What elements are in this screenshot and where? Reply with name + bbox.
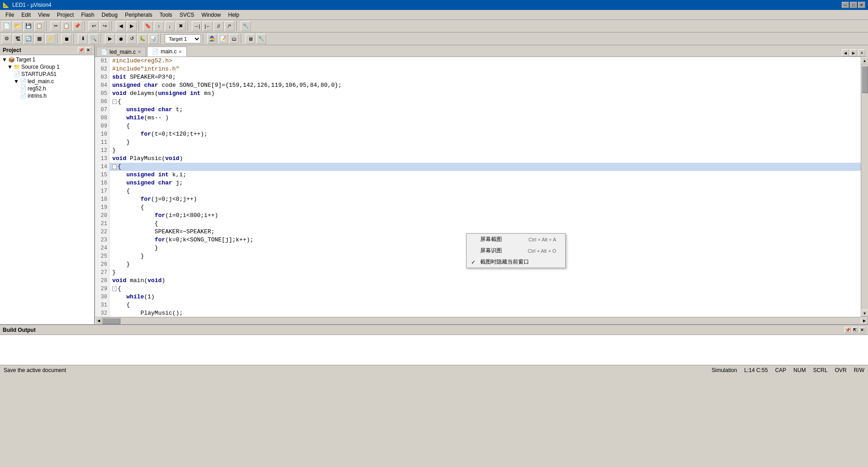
tab-scroll-right[interactable]: ▶: [850, 49, 857, 57]
scroll-thumb-h[interactable]: [102, 318, 120, 324]
scroll-down-button[interactable]: ▼: [861, 310, 868, 317]
code-line[interactable]: void main(void): [110, 277, 861, 285]
undo-button[interactable]: ↩: [89, 21, 99, 31]
redo-button[interactable]: ↪: [100, 21, 110, 31]
uncomment-button[interactable]: /*: [224, 21, 234, 31]
scroll-thumb-v[interactable]: [862, 66, 868, 93]
code-content[interactable]: #include<reg52.h>#include"intrins.h"sbit…: [110, 57, 861, 317]
tab-scroll-left[interactable]: ◀: [842, 49, 849, 57]
code-line[interactable]: }: [110, 146, 861, 155]
cut-button[interactable]: ✂: [51, 21, 61, 31]
tab-close-main[interactable]: ✕: [178, 49, 182, 54]
run-button[interactable]: ▶: [105, 34, 115, 44]
batch-build-button[interactable]: ▦: [34, 34, 44, 44]
code-line[interactable]: for(i=0;i<800;i++): [110, 212, 861, 220]
wizard-button[interactable]: 🧙: [207, 34, 217, 44]
config-button[interactable]: 📝: [218, 34, 228, 44]
menu-view[interactable]: View: [34, 11, 53, 19]
build-button[interactable]: 🏗: [13, 34, 23, 44]
target-select[interactable]: Target 1: [165, 34, 201, 43]
code-line[interactable]: for(j=0;j<8;j++): [110, 195, 861, 203]
code-line[interactable]: void PlayMusic(void): [110, 155, 861, 163]
code-line[interactable]: {: [110, 187, 861, 195]
reset-button[interactable]: ↺: [127, 34, 137, 44]
build-float-button[interactable]: ⇱: [852, 327, 858, 333]
tab-main[interactable]: 📄 main.c ✕: [147, 47, 187, 57]
tree-item-intrins[interactable]: 📄 intrins.h: [1, 92, 93, 99]
code-line[interactable]: unsigned char t;: [110, 106, 861, 114]
minimize-button[interactable]: ─: [842, 2, 849, 8]
code-line[interactable]: PlayMusic();: [110, 309, 861, 317]
bookmark-prev-button[interactable]: ↑: [154, 21, 164, 31]
wrench-button[interactable]: 🔧: [256, 34, 266, 44]
translate-button[interactable]: ⚡: [45, 34, 55, 44]
fold-marker[interactable]: -: [112, 99, 117, 104]
scroll-left-button[interactable]: ◀: [95, 317, 102, 325]
code-line[interactable]: for(t=0;t<120;t++);: [110, 130, 861, 138]
bookmark-next-button[interactable]: ↓: [165, 21, 175, 31]
debug-button[interactable]: 🐛: [138, 34, 148, 44]
tree-item-led-main[interactable]: ▼ 📄 led_main.c: [1, 78, 93, 85]
menu-window[interactable]: Window: [198, 11, 224, 19]
trace-button[interactable]: 📊: [148, 34, 158, 44]
ctx-screenshot[interactable]: 屏幕截图 Ctrl + Alt + A: [467, 234, 565, 245]
tree-item-startup[interactable]: 📄 STARTUP.A51: [1, 71, 93, 78]
save-button[interactable]: 💾: [24, 21, 33, 31]
target-options-button[interactable]: ⚙: [2, 34, 12, 44]
tab-led-main[interactable]: 📄 led_main.c ✕: [96, 47, 146, 57]
panel-close-button[interactable]: ✕: [85, 47, 91, 53]
tab-close-led[interactable]: ✕: [138, 49, 141, 54]
fold-marker[interactable]: -: [112, 165, 117, 169]
code-line[interactable]: {: [110, 301, 861, 309]
open-button[interactable]: 📂: [13, 21, 23, 31]
code-line[interactable]: void delayms(unsigned int ms): [110, 90, 861, 98]
fold-marker[interactable]: -: [112, 287, 117, 291]
scroll-right-button[interactable]: ▶: [861, 317, 868, 325]
code-line[interactable]: -{: [110, 163, 861, 171]
close-button[interactable]: ✕: [858, 2, 865, 8]
indent-button[interactable]: →|: [192, 21, 202, 31]
code-line[interactable]: while(ms-- ): [110, 114, 861, 122]
code-line[interactable]: }: [110, 269, 861, 277]
code-editor[interactable]: 0102030405060708091011121314151617181920…: [95, 57, 861, 317]
menu-edit[interactable]: Edit: [18, 11, 34, 19]
new-file-button[interactable]: 📄: [2, 21, 12, 31]
code-line[interactable]: unsigned int k,i;: [110, 171, 861, 179]
download-button[interactable]: ⬇: [78, 34, 88, 44]
paste-button[interactable]: 📌: [72, 21, 82, 31]
menu-flash[interactable]: Flash: [77, 11, 98, 19]
menu-svcs[interactable]: SVCS: [176, 11, 198, 19]
tab-close-all[interactable]: ✕: [858, 49, 865, 57]
code-line[interactable]: #include<reg52.h>: [110, 57, 861, 65]
bookmark-button[interactable]: 🔖: [143, 21, 153, 31]
code-line[interactable]: }: [110, 138, 861, 146]
menu-file[interactable]: File: [2, 11, 18, 19]
vertical-scrollbar[interactable]: ▲ ▼: [861, 57, 868, 317]
code-line[interactable]: unsigned char code SONG_TONE[9]={159,142…: [110, 81, 861, 90]
unindent-button[interactable]: |←: [203, 21, 213, 31]
menu-tools[interactable]: Tools: [156, 11, 176, 19]
code-line[interactable]: {: [110, 122, 861, 130]
menu-help[interactable]: Help: [224, 11, 243, 19]
maximize-button[interactable]: □: [850, 2, 857, 8]
tree-item-source-group[interactable]: ▼ 📁 Source Group 1: [1, 63, 93, 71]
code-line[interactable]: {: [110, 220, 861, 228]
nav-forward-button[interactable]: ▶: [127, 21, 137, 31]
stop-build-button[interactable]: ⏹: [62, 34, 72, 44]
tree-item-reg52[interactable]: 📄 reg52.h: [1, 85, 93, 92]
code-line[interactable]: -{: [110, 285, 861, 293]
build-pin-button[interactable]: 📌: [844, 327, 851, 333]
code-line[interactable]: sbit SPEAKER=P3^0;: [110, 73, 861, 81]
ctx-hide-window[interactable]: 截图时隐藏当前窗口: [467, 256, 565, 268]
nav-back-button[interactable]: ◀: [116, 21, 126, 31]
menu-project[interactable]: Project: [53, 11, 77, 19]
scroll-up-button[interactable]: ▲: [861, 57, 868, 64]
search-button[interactable]: 🔍: [89, 34, 99, 44]
build-close-button[interactable]: ✕: [859, 327, 865, 333]
options-button[interactable]: 🗂: [229, 34, 239, 44]
horizontal-scrollbar[interactable]: ◀ ▶: [95, 317, 868, 324]
tree-item-target[interactable]: ▼ 📦 Target 1: [1, 56, 93, 63]
bookmark-clear-button[interactable]: ✖: [176, 21, 186, 31]
menu-peripherals[interactable]: Peripherals: [121, 11, 156, 19]
code-line[interactable]: -{: [110, 98, 861, 106]
